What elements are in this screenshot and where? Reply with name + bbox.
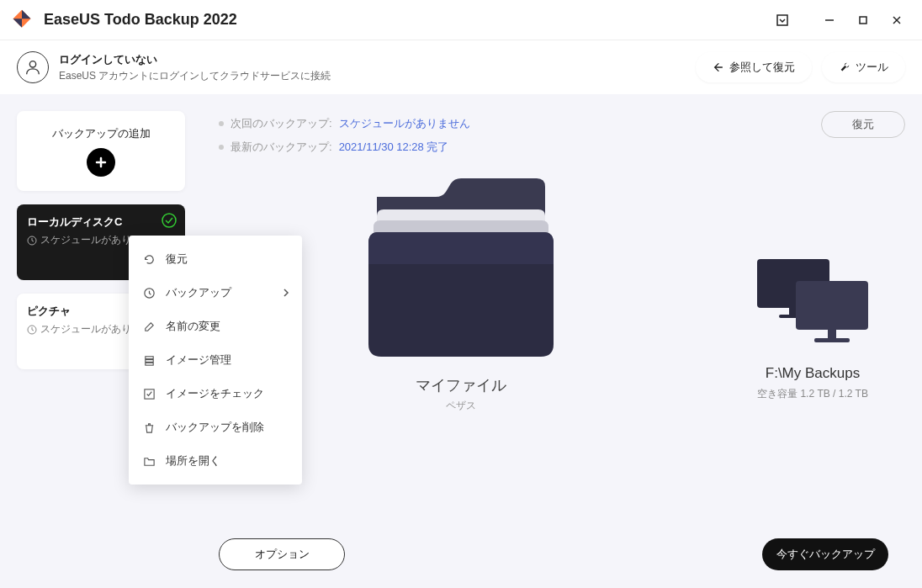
status-lines: 次回のバックアップ: スケジュールがありません 最新のバックアップ: 2021/… (219, 111, 703, 155)
close-button[interactable] (882, 5, 912, 35)
dropdown-button[interactable] (767, 5, 797, 35)
context-menu: 復元 バックアップ 名前の変更 イメージ管理 イメージをチェック バックアップを… (129, 236, 302, 485)
svg-rect-18 (145, 356, 152, 358)
svg-rect-14 (796, 281, 868, 330)
titlebar: EaseUS Todo Backup 2022 (0, 0, 922, 40)
options-button[interactable]: オプション (219, 538, 345, 570)
ctx-delete-label: バックアップを削除 (166, 420, 264, 435)
minimize-button[interactable] (814, 5, 845, 35)
tools-label: ツール (856, 60, 888, 75)
next-backup-value[interactable]: スケジュールがありません (339, 116, 470, 131)
ctx-delete[interactable]: バックアップを削除 (129, 411, 302, 444)
backup-icon (142, 286, 156, 299)
ctx-image-manage[interactable]: イメージ管理 (129, 343, 302, 377)
tools-button[interactable]: ツール (822, 52, 905, 82)
add-backup-label: バックアップの追加 (52, 126, 151, 141)
userbar: ログインしていない EaseUS アカウントにログインしてクラウドサービスに接続… (0, 40, 922, 94)
free-label: 空き容量 (757, 388, 797, 400)
backup-now-button[interactable]: 今すぐバックアップ (762, 538, 888, 570)
user-info: ログインしていない EaseUS アカウントにログインしてクラウドサービスに接続 (59, 52, 686, 83)
svg-rect-19 (145, 359, 152, 362)
ctx-image-check[interactable]: イメージをチェック (129, 377, 302, 411)
plus-icon (87, 148, 115, 177)
ctx-backup-label: バックアップ (166, 285, 231, 300)
app-logo-icon (10, 8, 34, 32)
monitors-icon[interactable] (754, 256, 872, 348)
right-column: 復元 F:\My Backups 空き容量 1.2 TB / 1.2 TB (720, 111, 905, 401)
login-status: ログインしていない (59, 52, 686, 67)
chevron-right-icon (280, 287, 292, 299)
clock-icon (27, 236, 37, 246)
last-backup-line: 最新のバックアップ: 2021/11/30 12:28 完了 (219, 140, 703, 155)
maximize-button[interactable] (848, 5, 878, 35)
footer: オプション 今すぐバックアップ (0, 521, 922, 588)
svg-rect-0 (777, 15, 787, 25)
clock-icon (27, 325, 37, 335)
reply-arrow-icon (713, 61, 724, 73)
free-value: 1.2 TB / 1.2 TB (800, 388, 867, 400)
big-folder-icon[interactable] (343, 172, 579, 365)
app-title: EaseUS Todo Backup 2022 (44, 11, 767, 29)
task-name: ローカルディスクC (27, 215, 175, 230)
avatar-icon[interactable] (17, 51, 49, 83)
check-badge-icon (162, 213, 177, 228)
stack-icon (142, 353, 156, 367)
destination-path: F:\My Backups (720, 365, 905, 382)
ctx-backup[interactable]: バックアップ (129, 276, 302, 310)
browse-restore-label: 参照して復元 (729, 60, 795, 75)
next-backup-label: 次回のバックアップ: (231, 116, 332, 131)
bullet-icon (219, 121, 224, 126)
svg-point-5 (29, 61, 35, 67)
browse-restore-button[interactable]: 参照して復元 (696, 52, 812, 82)
last-backup-label: 最新のバックアップ: (231, 140, 332, 155)
destination-free: 空き容量 1.2 TB / 1.2 TB (720, 387, 905, 401)
svg-rect-15 (828, 330, 836, 338)
trash-icon (142, 421, 156, 434)
restore-button[interactable]: 復元 (821, 111, 905, 138)
ctx-image-check-label: イメージをチェック (166, 386, 264, 401)
ctx-open-location-label: 場所を開く (166, 453, 220, 469)
wrench-icon (839, 61, 850, 73)
folder-open-icon (142, 454, 156, 468)
restore-icon (142, 252, 156, 266)
last-backup-value[interactable]: 2021/11/30 12:28 完了 (339, 140, 449, 155)
svg-rect-16 (814, 338, 850, 342)
pencil-icon (142, 320, 156, 333)
bullet-icon (219, 145, 224, 150)
svg-rect-2 (860, 17, 866, 24)
ctx-open-location[interactable]: 場所を開く (129, 444, 302, 478)
checkbox-icon (142, 387, 156, 400)
svg-point-9 (162, 214, 176, 227)
ctx-restore[interactable]: 復元 (129, 242, 302, 276)
ctx-rename-label: 名前の変更 (166, 319, 220, 334)
ctx-image-manage-label: イメージ管理 (166, 352, 231, 368)
ctx-restore-label: 復元 (166, 252, 188, 267)
ctx-rename[interactable]: 名前の変更 (129, 310, 302, 343)
add-backup-card[interactable]: バックアップの追加 (17, 111, 185, 191)
next-backup-line: 次回のバックアップ: スケジュールがありません (219, 116, 703, 131)
svg-rect-20 (145, 363, 152, 365)
login-prompt: EaseUS アカウントにログインしてクラウドサービスに接続 (59, 69, 686, 83)
